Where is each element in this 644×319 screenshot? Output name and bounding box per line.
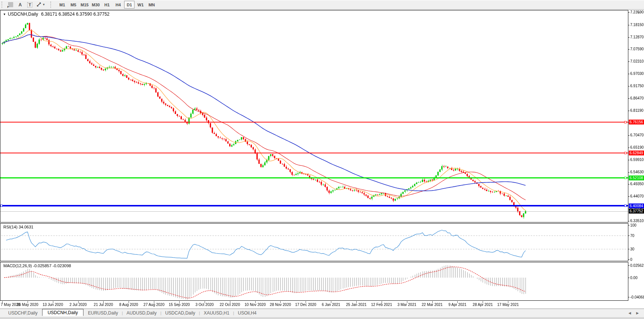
chart-tab-usdcad[interactable]: USDCAD,Daily bbox=[161, 310, 200, 316]
trading-app-window: { "toolbar": { "icons": [ {"name": "char… bbox=[0, 0, 644, 319]
chart-tab-usdcnh[interactable]: USDCNH,Daily bbox=[42, 309, 83, 316]
chart-tab-usdchf[interactable]: USDCHF,Daily bbox=[4, 310, 42, 316]
chart-tab-xauusd[interactable]: XAUUSD,H1 bbox=[199, 310, 234, 316]
tab-scroll-controls: ◀ ▶ bbox=[628, 311, 639, 315]
tab-scroll-left-icon[interactable]: ◀ bbox=[628, 311, 631, 315]
chart-tab-usoil[interactable]: USOil,H4 bbox=[233, 310, 261, 316]
chart-tab-eurusd[interactable]: EURUSD,Daily bbox=[83, 310, 123, 316]
chart-tab-bar: USDCHF,DailyUSDCNH,DailyEURUSD,Daily|AUD… bbox=[0, 309, 644, 317]
chart-canvas[interactable] bbox=[0, 0, 644, 319]
chart-tab-audusd[interactable]: AUDUSD,Daily bbox=[122, 310, 161, 316]
tab-scroll-right-icon[interactable]: ▶ bbox=[636, 311, 639, 315]
